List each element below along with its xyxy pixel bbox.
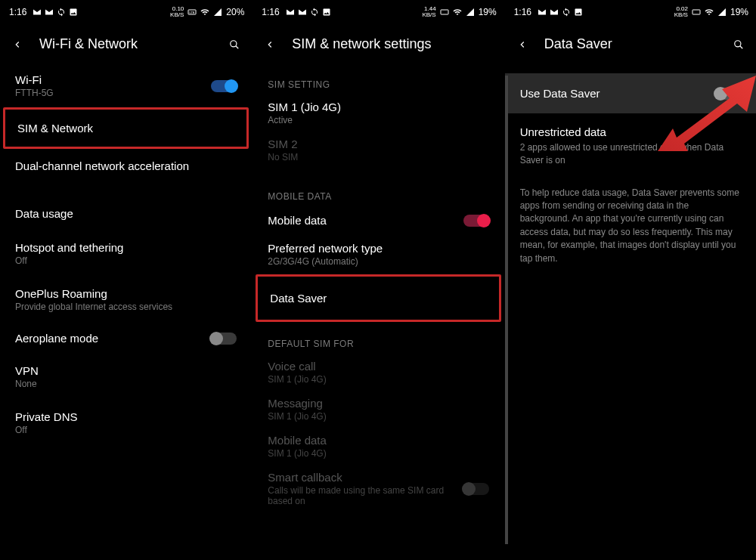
section-sim-setting: SIM SETTING [253, 64, 503, 96]
smart-cb-label: Smart callback [268, 471, 463, 484]
data-rate: 1.44 KB/S [422, 6, 435, 18]
roaming-sub: Provide global Internet access services [15, 302, 237, 312]
unrestricted-sub: 2 apps allowed to use unrestricted data … [520, 141, 741, 167]
page-title: Data Saver [544, 36, 733, 52]
voice-sub: SIM 1 (Jio 4G) [268, 374, 488, 385]
row-data-saver[interactable]: Data Saver [256, 274, 500, 322]
use-ds-toggle[interactable] [715, 88, 741, 100]
image-icon [574, 8, 583, 17]
gmail-icon [45, 8, 54, 17]
hotspot-label: Hotspot and tethering [15, 241, 237, 254]
dns-sub: Off [15, 425, 237, 435]
row-hotspot[interactable]: Hotspot and tethering Off [0, 230, 252, 277]
dns-label: Private DNS [15, 410, 237, 423]
lte-icon [692, 8, 701, 17]
row-sim-network[interactable]: SIM & Network [3, 107, 249, 149]
wifi-icon [453, 8, 462, 17]
gmail-icon [286, 8, 295, 17]
row-airplane[interactable]: Aeroplane mode [0, 323, 252, 354]
search-button[interactable] [229, 39, 240, 50]
airplane-toggle[interactable] [211, 333, 237, 345]
svg-rect-3 [441, 10, 448, 14]
back-button[interactable] [12, 39, 23, 50]
row-mobile-data-default: Mobile data SIM 1 (Jio 4G) [253, 428, 503, 465]
signal-icon [466, 8, 475, 17]
row-dns[interactable]: Private DNS Off [0, 400, 252, 446]
page-title: Wi-Fi & Network [39, 36, 229, 52]
panel-wifi-network: 1:16 0.10 KB/S LTE 20% Wi-Fi & Network [0, 0, 252, 560]
svg-point-2 [231, 40, 237, 46]
header: SIM & network settings [253, 21, 503, 64]
row-sim2: SIM 2 No SIM [253, 131, 503, 169]
data-saver-label: Data Saver [270, 292, 327, 305]
image-icon [69, 8, 78, 17]
chevron-left-icon [517, 39, 528, 50]
chevron-left-icon [265, 39, 275, 50]
back-button[interactable] [265, 39, 275, 50]
row-voice-call: Voice call SIM 1 (Jio 4G) [253, 355, 503, 391]
search-icon [229, 39, 240, 50]
row-smart-callback: Smart callback Calls will be made using … [253, 465, 503, 515]
row-use-data-saver[interactable]: Use Data Saver [505, 73, 756, 113]
status-time: 1:16 [514, 7, 531, 17]
smart-cb-sub: Calls will be made using the same SIM ca… [268, 485, 463, 506]
status-bar: 1:16 0.02 KB/S 19% [505, 0, 756, 21]
back-button[interactable] [517, 39, 528, 50]
airplane-label: Aeroplane mode [15, 332, 211, 345]
section-mobile-data: MOBILE DATA [253, 169, 503, 208]
vpn-label: VPN [15, 364, 237, 377]
panel-data-saver: 1:16 0.02 KB/S 19% Data Saver [504, 0, 756, 560]
data-rate: 0.02 KB/S [674, 6, 688, 18]
md-default-sub: SIM 1 (Jio 4G) [268, 448, 488, 459]
mobile-data-toggle[interactable] [463, 215, 489, 227]
sim1-sub: Active [268, 115, 488, 125]
chevron-left-icon [12, 39, 23, 50]
signal-icon [213, 8, 222, 17]
wifi-icon [200, 8, 209, 17]
row-unrestricted[interactable]: Unrestricted data 2 apps allowed to use … [505, 113, 756, 179]
sim2-label: SIM 2 [268, 138, 488, 150]
row-data-usage[interactable]: Data usage [0, 196, 252, 230]
data-rate: 0.10 KB/S [170, 6, 184, 18]
gmail-icon [298, 8, 307, 17]
row-vpn[interactable]: VPN None [0, 354, 252, 400]
wifi-toggle[interactable] [211, 80, 237, 92]
md-default-label: Mobile data [268, 434, 488, 447]
status-bar: 1:16 0.10 KB/S LTE 20% [0, 0, 252, 21]
header: Data Saver [505, 21, 756, 64]
battery-pct: 19% [479, 7, 497, 17]
vpn-sub: None [15, 379, 237, 389]
search-button[interactable] [733, 39, 744, 50]
page-title: SIM & network settings [292, 36, 491, 52]
sync-icon [310, 8, 319, 17]
status-bar: 1:16 1.44 KB/S 19% [253, 0, 503, 21]
pref-net-sub: 2G/3G/4G (Automatic) [268, 256, 488, 267]
voice-label: Voice call [268, 360, 488, 373]
row-mobile-data[interactable]: Mobile data [253, 208, 503, 234]
help-text: To help reduce data usage, Data Saver pr… [505, 179, 756, 273]
sim1-label: SIM 1 (Jio 4G) [268, 101, 488, 113]
battery-pct: 19% [730, 7, 748, 17]
wifi-sub: FTTH-5G [15, 88, 211, 98]
sync-icon [562, 8, 571, 17]
row-sim1[interactable]: SIM 1 (Jio 4G) Active [253, 96, 503, 131]
dual-channel-label: Dual-channel network acceleration [15, 159, 237, 172]
row-wifi[interactable]: Wi-Fi FTTH-5G [0, 64, 252, 107]
row-pref-net[interactable]: Preferred network type 2G/3G/4G (Automat… [253, 234, 503, 274]
row-roaming[interactable]: OnePlus Roaming Provide global Internet … [0, 277, 252, 323]
signal-icon [717, 8, 727, 17]
status-time: 1:16 [9, 7, 26, 17]
hotspot-sub: Off [15, 255, 237, 266]
svg-text:LTE: LTE [190, 11, 195, 14]
data-usage-label: Data usage [15, 207, 237, 220]
gmail-icon [538, 8, 547, 17]
row-dual-channel[interactable]: Dual-channel network acceleration [0, 149, 252, 183]
unrestricted-label: Unrestricted data [520, 125, 741, 138]
mobile-data-label: Mobile data [268, 214, 463, 227]
scrollbar[interactable] [505, 76, 508, 544]
messaging-sub: SIM 1 (Jio 4G) [268, 411, 488, 422]
smart-cb-toggle [463, 483, 489, 495]
wifi-icon [705, 8, 714, 17]
row-messaging: Messaging SIM 1 (Jio 4G) [253, 391, 503, 428]
sim-network-label: SIM & Network [17, 122, 93, 135]
